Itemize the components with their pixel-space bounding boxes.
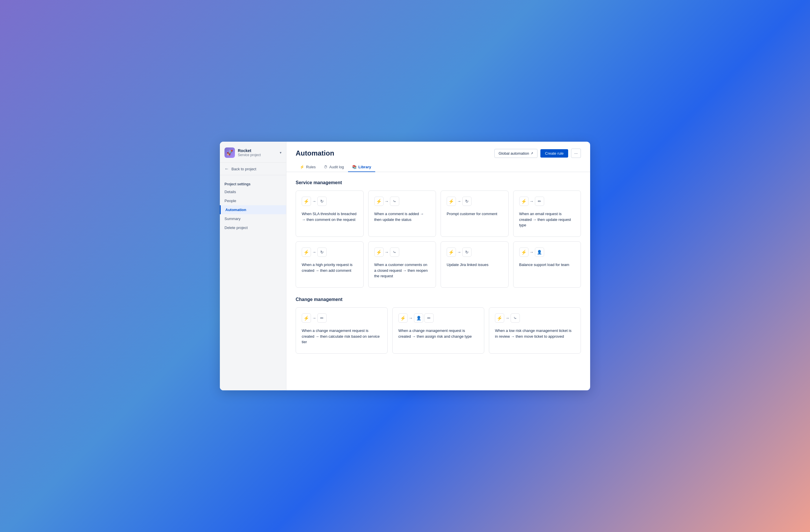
trigger-icon-box: ⚡ xyxy=(302,313,311,323)
refresh-icon: ↻ xyxy=(320,250,324,254)
action-icon-box: ⤷ xyxy=(511,313,520,323)
arrow-icon: → xyxy=(385,199,389,203)
card-text: When a change management request is crea… xyxy=(302,328,382,345)
card-icons: ⚡ → ↻ xyxy=(302,197,358,206)
main-header: Automation Global automation ↗ Create ru… xyxy=(287,142,590,158)
card-email-request[interactable]: ⚡ → ✏ When an email request is created →… xyxy=(513,190,581,237)
card-icons: ⚡ → ⤷ xyxy=(374,197,430,206)
trigger-icon-box: ⚡ xyxy=(302,197,311,206)
card-sla-threshold[interactable]: ⚡ → ↻ When SLA threshold is breached → t… xyxy=(296,190,363,237)
trigger-icon-box: ⚡ xyxy=(519,197,529,206)
action-icon-box: ↻ xyxy=(462,197,472,206)
card-icons: ⚡ → ⤷ xyxy=(374,248,430,257)
chevron-down-icon[interactable]: ▾ xyxy=(280,151,281,155)
sidebar-item-delete[interactable]: Delete project xyxy=(220,223,286,232)
card-text: When a customer comments on a closed req… xyxy=(374,262,430,279)
sidebar-item-summary[interactable]: Summary xyxy=(220,214,286,223)
card-icons: ⚡ → ✏ xyxy=(519,197,575,206)
person-icon: 👤 xyxy=(537,250,542,254)
card-text: Balance support load for team xyxy=(519,262,575,268)
card-comment-added-status[interactable]: ⚡ → ⤷ When a comment is added → then upd… xyxy=(368,190,436,237)
bolt-icon: ⚡ xyxy=(521,250,527,255)
action-icon-box: ✏ xyxy=(317,313,327,323)
bolt-icon: ⚡ xyxy=(304,199,309,204)
change-management-title: Change management xyxy=(296,297,581,302)
library-icon: 📚 xyxy=(352,165,357,169)
card-update-jira[interactable]: ⚡ → ↻ Update Jira linked issues xyxy=(441,242,508,288)
project-info: Rocket Service project xyxy=(238,148,277,157)
trigger-icon-box: ⚡ xyxy=(447,248,456,257)
arrow-icon: → xyxy=(385,250,389,254)
card-icons: ⚡ → ⤷ xyxy=(495,313,575,323)
trigger-icon-box: ⚡ xyxy=(374,248,384,257)
back-to-project-button[interactable]: ← Back to project xyxy=(220,163,286,175)
more-options-button[interactable]: ··· xyxy=(571,149,581,158)
sidebar-item-people[interactable]: People xyxy=(220,196,286,205)
sidebar-header: 🚀 Rocket Service project ▾ xyxy=(220,142,286,163)
service-management-title: Service management xyxy=(296,180,581,185)
project-name: Rocket xyxy=(238,148,277,153)
card-text: When an email request is created → then … xyxy=(519,211,575,228)
service-management-grid: ⚡ → ↻ When SLA threshold is breached → t… xyxy=(296,190,581,288)
branch-icon: ⤷ xyxy=(514,316,517,320)
bolt-icon: ⚡ xyxy=(449,250,454,255)
card-low-risk-review[interactable]: ⚡ → ⤷ When a low risk change management … xyxy=(489,307,581,354)
arrow-icon: → xyxy=(312,250,316,254)
bolt-icon: ⚡ xyxy=(304,250,309,255)
card-icons: ⚡ → ↻ xyxy=(302,248,358,257)
project-avatar: 🚀 xyxy=(225,148,235,158)
main-window: 🚀 Rocket Service project ▾ ← Back to pro… xyxy=(220,142,590,390)
card-balance-support[interactable]: ⚡ → 👤 Balance support load for team xyxy=(513,242,581,288)
card-prompt-customer[interactable]: ⚡ → ↻ Prompt customer for comment xyxy=(441,190,508,237)
card-icons: ⚡ → 👤 xyxy=(519,248,575,257)
action-icon-box: ↻ xyxy=(462,248,472,257)
nav-section-title: Project settings xyxy=(220,180,286,187)
main-content: Automation Global automation ↗ Create ru… xyxy=(287,142,590,390)
service-management-section: Service management ⚡ → ↻ When SLA t xyxy=(296,180,581,288)
tab-library[interactable]: 📚 Library xyxy=(348,163,375,172)
back-icon: ← xyxy=(225,166,229,171)
bolt-icon: ⚡ xyxy=(304,315,309,321)
bolt-icon: ⚡ xyxy=(449,199,454,204)
back-label: Back to project xyxy=(231,167,256,171)
action-icon-box: ✏ xyxy=(535,197,544,206)
sidebar-item-details[interactable]: Details xyxy=(220,187,286,196)
tab-audit-log[interactable]: ⏱ Audit log xyxy=(320,163,348,172)
arrow-icon: → xyxy=(530,250,534,254)
arrow-icon: → xyxy=(505,316,509,320)
bolt-icon: ⚡ xyxy=(376,199,382,204)
action-icon-box: ↻ xyxy=(317,197,327,206)
refresh-icon: ↻ xyxy=(465,199,469,203)
trigger-icon-box: ⚡ xyxy=(447,197,456,206)
pencil-icon: ✏ xyxy=(320,316,324,320)
card-icons: ⚡ → 👤 ✏ xyxy=(398,313,478,323)
card-high-priority[interactable]: ⚡ → ↻ When a high priority request is cr… xyxy=(296,242,363,288)
card-text: When a comment is added → then update th… xyxy=(374,211,430,222)
trigger-icon-box: ⚡ xyxy=(302,248,311,257)
create-rule-button[interactable]: Create rule xyxy=(540,149,568,157)
sidebar-item-automation[interactable]: Automation xyxy=(220,205,286,214)
action-icon-box: 👤 xyxy=(535,248,544,257)
card-change-risk-service[interactable]: ⚡ → ✏ When a change management request i… xyxy=(296,307,388,354)
card-customer-closed[interactable]: ⚡ → ⤷ When a customer comments on a clos… xyxy=(368,242,436,288)
bolt-icon: ⚡ xyxy=(400,315,406,321)
rules-icon: ⚡ xyxy=(300,165,304,169)
pencil-icon: ✏ xyxy=(538,199,541,203)
tabs-bar: ⚡ Rules ⏱ Audit log 📚 Library xyxy=(287,158,590,172)
change-management-grid: ⚡ → ✏ When a change management request i… xyxy=(296,307,581,354)
arrow-icon: → xyxy=(530,199,534,203)
action-icon-box-2: ✏ xyxy=(424,313,434,323)
tab-rules[interactable]: ⚡ Rules xyxy=(296,163,320,172)
refresh-icon: ↻ xyxy=(465,250,469,254)
arrow-icon: → xyxy=(457,199,461,203)
sidebar-nav: Project settings Details People Automati… xyxy=(220,175,286,237)
global-automation-button[interactable]: Global automation ↗ xyxy=(495,149,538,158)
trigger-icon-box: ⚡ xyxy=(495,313,504,323)
action-icon-box: ⤷ xyxy=(390,197,399,206)
content-area: Service management ⚡ → ↻ When SLA t xyxy=(287,172,590,371)
card-icons: ⚡ → ✏ xyxy=(302,313,382,323)
arrow-icon: → xyxy=(312,199,316,203)
action-icon-box: ↻ xyxy=(317,248,327,257)
card-change-assign-risk[interactable]: ⚡ → 👤 ✏ When a change management request… xyxy=(392,307,484,354)
card-icons: ⚡ → ↻ xyxy=(447,248,502,257)
